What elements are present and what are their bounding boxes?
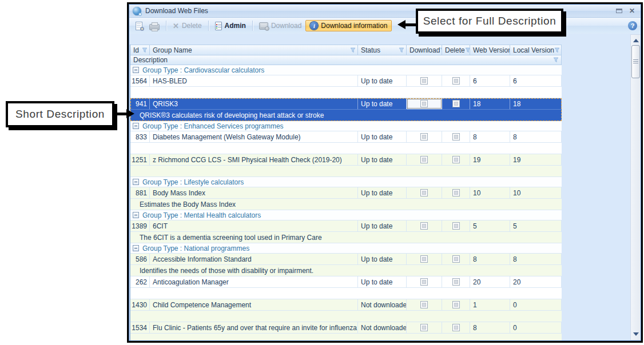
- group-header-row[interactable]: Group Type : Cardiovascular calculators: [130, 65, 562, 75]
- cell-status: Up to date: [358, 187, 407, 198]
- delete-checkbox[interactable]: [452, 324, 460, 331]
- cell-local-version: 5: [510, 220, 562, 231]
- description-row[interactable]: [130, 334, 562, 340]
- column-header-download[interactable]: Download: [407, 45, 442, 55]
- grid-row[interactable]: 941QRISK3Up to date1818: [130, 98, 562, 110]
- cell-delete: [442, 187, 470, 198]
- description-row[interactable]: [130, 166, 562, 177]
- description-row[interactable]: Estimates the Body Mass Index: [130, 199, 562, 210]
- collapse-icon[interactable]: [133, 123, 139, 129]
- delete-checkbox[interactable]: [452, 222, 460, 230]
- cell-web-version: 8: [470, 254, 510, 264]
- download-checkbox[interactable]: [420, 255, 428, 263]
- download-checkbox[interactable]: [420, 324, 428, 331]
- window-title: Download Web Files: [145, 7, 208, 15]
- group-header-row[interactable]: Group Type : National programmes: [130, 243, 562, 254]
- filter-icon[interactable]: [350, 47, 356, 53]
- callout-arrow-bar: [113, 113, 127, 115]
- download-checkbox[interactable]: [420, 278, 428, 286]
- delete-checkbox[interactable]: [452, 301, 460, 308]
- filter-icon[interactable]: [399, 47, 404, 53]
- delete-checkbox[interactable]: [452, 100, 460, 107]
- grid-row[interactable]: 881Body Mass IndexUp to date1010: [130, 187, 562, 199]
- filter-icon[interactable]: [142, 47, 148, 53]
- grid-row[interactable]: 1564HAS-BLEDUp to date66: [130, 75, 562, 87]
- delete-checkbox[interactable]: [452, 156, 460, 163]
- delete-button[interactable]: ✕ Delete: [170, 20, 205, 31]
- cell-status: Up to date: [358, 131, 407, 142]
- scroll-down-icon: [633, 332, 639, 336]
- cell-web-version: 10: [470, 187, 510, 198]
- vertical-scrollbar[interactable]: [630, 34, 641, 340]
- cell-group-name: 6CIT: [150, 220, 358, 231]
- collapse-icon[interactable]: [133, 67, 139, 73]
- download-information-button[interactable]: i Download information: [305, 20, 392, 31]
- scroll-up-button[interactable]: [631, 37, 641, 45]
- delete-checkbox[interactable]: [452, 189, 460, 196]
- filter-icon[interactable]: [554, 47, 560, 53]
- cell-web-version: 18: [470, 98, 510, 109]
- column-header-local-version[interactable]: Local Version: [510, 45, 562, 55]
- grid-row[interactable]: 586Accessible Information StandardUp to …: [130, 254, 562, 265]
- download-icon: [259, 22, 268, 30]
- group-header-row[interactable]: Group Type : Enhanced Services programme…: [130, 121, 562, 131]
- grid-row[interactable]: 1251z Richmond CCG LCS - SMI Physical He…: [130, 154, 562, 166]
- column-header-id[interactable]: Id: [130, 45, 150, 55]
- grid-row[interactable]: 13896CITUp to date55: [130, 220, 562, 232]
- group-label: Group Type : Mental Health calculators: [142, 211, 261, 219]
- column-header-status[interactable]: Status: [358, 45, 407, 55]
- description-row[interactable]: The 6CIT is a dementia screening tool us…: [130, 232, 562, 243]
- group-header-row[interactable]: Group Type : Lifestyle calculators: [130, 177, 562, 187]
- filter-icon[interactable]: [553, 57, 559, 63]
- description-row[interactable]: [130, 311, 562, 322]
- cell-group-name: Accessible Information Standard: [150, 254, 358, 264]
- filter-icon[interactable]: [465, 47, 470, 53]
- column-header-web-version[interactable]: Web Version: [470, 45, 510, 55]
- description-row[interactable]: [130, 288, 562, 299]
- delete-checkbox[interactable]: [452, 255, 460, 263]
- grid-row[interactable]: 1430Child Competence ManagementNot downl…: [130, 299, 562, 311]
- cell-delete: [442, 131, 470, 142]
- download-checkbox[interactable]: [420, 77, 428, 85]
- callout-short-description-label: Short Description: [15, 108, 105, 121]
- cell-status: Up to date: [358, 220, 407, 231]
- delete-checkbox[interactable]: [452, 133, 460, 141]
- restore-button[interactable]: [616, 9, 622, 13]
- download-checkbox[interactable]: [420, 133, 428, 141]
- description-row[interactable]: [130, 143, 562, 154]
- download-checkbox[interactable]: [420, 189, 428, 196]
- restore-icon: [616, 9, 622, 13]
- cell-download: [407, 187, 442, 198]
- download-checkbox[interactable]: [420, 156, 428, 163]
- description-row[interactable]: QRISK®3 calculates risk of developing he…: [130, 110, 562, 121]
- cell-id: 1430: [130, 299, 150, 310]
- delete-checkbox[interactable]: [452, 278, 460, 286]
- download-button[interactable]: Download: [256, 20, 304, 31]
- download-checkbox[interactable]: [420, 301, 428, 308]
- description-row[interactable]: [130, 87, 562, 98]
- help-button[interactable]: ?: [628, 21, 637, 30]
- download-checkbox[interactable]: [420, 222, 428, 230]
- delete-checkbox[interactable]: [452, 77, 460, 85]
- selected-block: 941QRISK3Up to date1818QRISK®3 calculate…: [130, 98, 562, 121]
- print-preview-button[interactable]: [133, 20, 145, 32]
- collapse-icon[interactable]: [133, 212, 139, 218]
- description-row[interactable]: Identifies the needs of those with disab…: [130, 265, 562, 276]
- print-button[interactable]: [146, 20, 162, 32]
- grid-row[interactable]: 262Anticoagulation ManagerUp to date2020: [130, 276, 562, 288]
- grid-row[interactable]: 1534Flu Clinic - Patients 65y and over t…: [130, 322, 562, 334]
- download-checkbox[interactable]: [420, 100, 428, 107]
- scroll-down-button[interactable]: [631, 330, 641, 338]
- close-button[interactable]: ✕: [629, 7, 635, 14]
- column-header-group-name[interactable]: Group Name: [150, 45, 358, 55]
- cell-group-name: Body Mass Index: [150, 187, 358, 198]
- scrollbar-thumb[interactable]: [631, 45, 640, 78]
- grid-row[interactable]: 833Diabetes Management (Welsh Gateway Mo…: [130, 131, 562, 143]
- group-header-row[interactable]: Group Type : Mental Health calculators: [130, 210, 562, 220]
- collapse-icon[interactable]: [133, 179, 139, 185]
- admin-button[interactable]: Admin: [212, 20, 249, 32]
- column-header-delete[interactable]: Delete: [442, 45, 470, 55]
- cell-local-version: 18: [510, 98, 562, 109]
- collapse-icon[interactable]: [133, 245, 139, 251]
- callout-arrow-left-icon: [397, 20, 406, 29]
